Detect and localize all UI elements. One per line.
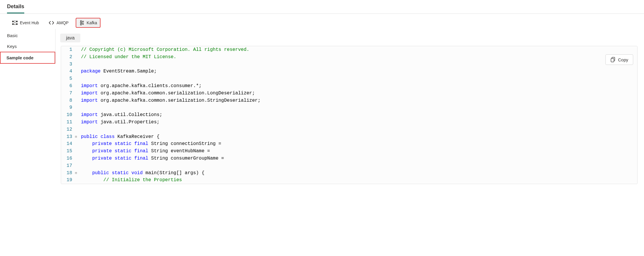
line-number: 9 <box>61 104 75 111</box>
fold-toggle <box>75 177 80 184</box>
language-row: java <box>61 30 644 46</box>
code-content[interactable]: // Initialize the Properties <box>80 177 637 184</box>
code-line: 8import org.apache.kafka.common.serializ… <box>61 97 637 104</box>
protocol-label: Kafka <box>87 20 97 25</box>
line-number: 19 <box>61 177 75 184</box>
svg-line-15 <box>82 23 82 24</box>
code-content[interactable]: package EventStream.Sample; <box>80 68 637 75</box>
fold-toggle <box>75 155 80 162</box>
protocol-tab-kafka[interactable]: Kafka <box>76 18 101 28</box>
svg-line-14 <box>82 22 82 23</box>
line-number: 4 <box>61 68 75 75</box>
sidebar-item-basic[interactable]: Basic <box>7 30 55 41</box>
code-lines: 1// Copyright (c) Microsoft Corporation.… <box>61 46 637 184</box>
code-content[interactable] <box>80 126 637 133</box>
code-content[interactable]: import org.apache.kafka.clients.consumer… <box>80 82 637 90</box>
fold-toggle <box>75 82 80 90</box>
code-content[interactable] <box>80 61 637 68</box>
fold-toggle <box>75 119 80 126</box>
code-content[interactable] <box>80 75 637 82</box>
fold-toggle <box>75 162 80 169</box>
code-line: 18⊟ public static void main(String[] arg… <box>61 169 637 177</box>
line-number: 15 <box>61 148 75 155</box>
code-editor: Copy 1// Copyright (c) Microsoft Corpora… <box>61 46 638 184</box>
sidebar-item-label: Sample code <box>6 55 34 60</box>
line-number: 12 <box>61 126 75 133</box>
fold-toggle <box>75 97 80 104</box>
svg-rect-2 <box>16 21 18 22</box>
line-number: 1 <box>61 46 75 53</box>
line-number: 16 <box>61 155 75 162</box>
main-column: Event Hub AMQP Kafka java <box>56 14 644 184</box>
fold-toggle <box>75 126 80 133</box>
fold-toggle[interactable]: ⊟ <box>75 133 80 141</box>
sidebar-item-label: Keys <box>7 44 17 49</box>
protocol-tab-eventhub[interactable]: Event Hub <box>9 18 42 27</box>
code-line: 1// Copyright (c) Microsoft Corporation.… <box>61 46 637 53</box>
svg-rect-1 <box>14 21 15 21</box>
code-line: 3 <box>61 61 637 68</box>
code-line: 13⊟public class KafkaReceiver { <box>61 133 637 141</box>
content-area: Basic Keys Sample code Event Hub <box>0 14 644 184</box>
left-column: Basic Keys Sample code <box>0 14 56 184</box>
code-line: 2// Licensed under the MIT License. <box>61 53 637 61</box>
sidebar-item-keys[interactable]: Keys <box>7 41 55 52</box>
line-number: 5 <box>61 75 75 82</box>
line-number: 2 <box>61 53 75 61</box>
protocol-tab-amqp[interactable]: AMQP <box>46 18 71 27</box>
page-header: Details <box>0 0 644 14</box>
code-content[interactable]: public class KafkaReceiver { <box>80 133 637 141</box>
code-content[interactable]: import java.util.Properties; <box>80 119 637 126</box>
code-content[interactable]: import org.apache.kafka.common.serializa… <box>80 97 637 104</box>
protocol-tabs: Event Hub AMQP Kafka <box>5 14 101 31</box>
fold-toggle <box>75 104 80 111</box>
line-number: 14 <box>61 140 75 148</box>
svg-point-9 <box>80 24 82 25</box>
code-line: 14 private static final String connectio… <box>61 140 637 148</box>
line-number: 10 <box>61 111 75 119</box>
code-content[interactable]: public static void main(String[] args) { <box>80 169 637 177</box>
code-line: 19 // Initialize the Properties <box>61 177 637 184</box>
kafka-icon <box>79 20 84 25</box>
svg-rect-0 <box>12 21 14 22</box>
code-line: 15 private static final String eventHubN… <box>61 148 637 155</box>
code-content[interactable] <box>80 162 637 169</box>
code-line: 11import java.util.Properties; <box>61 119 637 126</box>
amqp-icon <box>49 20 54 25</box>
svg-rect-6 <box>14 24 15 25</box>
code-content[interactable] <box>80 104 637 111</box>
language-badge[interactable]: java <box>60 34 80 42</box>
code-content[interactable]: import java.util.Collections; <box>80 111 637 119</box>
sidebar: Basic Keys Sample code <box>7 29 56 64</box>
svg-rect-3 <box>12 23 14 25</box>
code-content[interactable]: private static final String consumerGrou… <box>80 155 637 162</box>
code-line: 12 <box>61 126 637 133</box>
svg-point-10 <box>82 21 84 22</box>
eventhub-icon <box>12 20 18 25</box>
line-number: 18 <box>61 169 75 177</box>
fold-toggle <box>75 90 80 97</box>
copy-icon <box>610 57 616 62</box>
svg-rect-5 <box>16 23 18 25</box>
header-tab-details[interactable]: Details <box>7 4 24 13</box>
copy-button-label: Copy <box>618 57 628 62</box>
protocol-label: AMQP <box>56 20 68 25</box>
code-line: 9 <box>61 104 637 111</box>
code-line: 6import org.apache.kafka.clients.consume… <box>61 82 637 90</box>
fold-toggle <box>75 46 80 53</box>
code-content[interactable]: import org.apache.kafka.common.serializa… <box>80 90 637 97</box>
line-number: 13 <box>61 133 75 141</box>
fold-toggle <box>75 53 80 61</box>
svg-rect-17 <box>611 58 614 62</box>
copy-button[interactable]: Copy <box>605 54 633 65</box>
sidebar-item-sample-code[interactable]: Sample code <box>0 52 55 64</box>
code-line: 5 <box>61 75 637 82</box>
fold-toggle <box>75 75 80 82</box>
code-content[interactable]: private static final String connectionSt… <box>80 140 637 148</box>
code-line: 7import org.apache.kafka.common.serializ… <box>61 90 637 97</box>
code-content[interactable]: private static final String eventHubName… <box>80 148 637 155</box>
line-number: 7 <box>61 90 75 97</box>
code-content[interactable]: // Copyright (c) Microsoft Corporation. … <box>80 46 637 53</box>
fold-toggle[interactable]: ⊟ <box>75 169 80 177</box>
code-content[interactable]: // Licensed under the MIT License. <box>80 53 637 61</box>
